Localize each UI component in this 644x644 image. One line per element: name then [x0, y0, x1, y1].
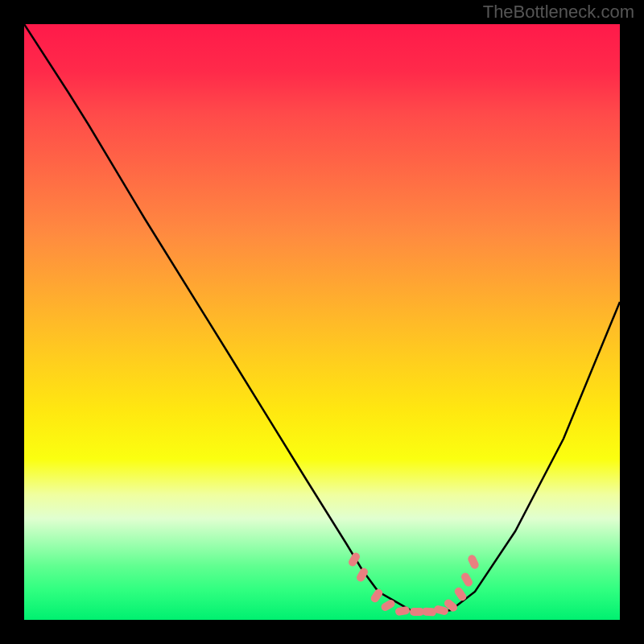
marker-pill — [460, 572, 474, 588]
bottleneck-markers — [347, 551, 480, 617]
marker-pill — [467, 554, 481, 571]
marker-pill — [394, 606, 410, 617]
marker-pill — [355, 567, 369, 584]
curve-path — [24, 24, 620, 612]
watermark-text: TheBottleneck.com — [483, 2, 634, 23]
chart-svg — [24, 24, 620, 620]
bottleneck-curve — [24, 24, 620, 612]
chart-plot-area — [24, 24, 620, 620]
marker-pill — [369, 588, 385, 604]
